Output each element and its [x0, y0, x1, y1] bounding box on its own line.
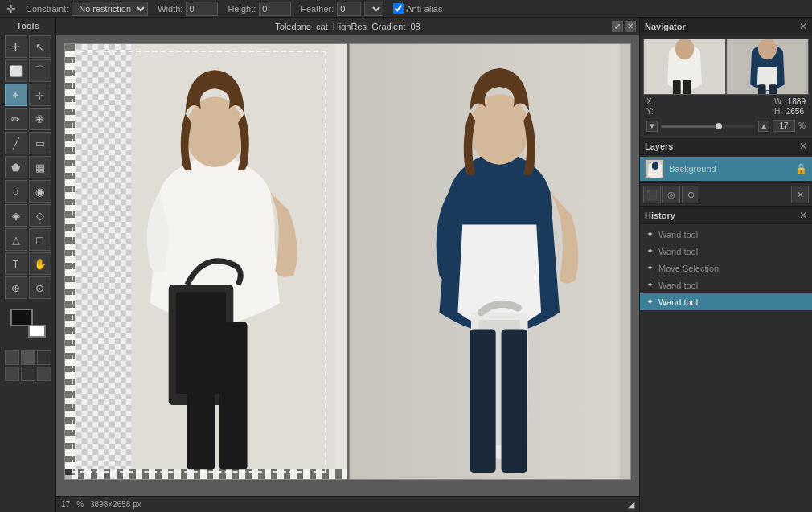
navigator-preview — [643, 39, 809, 95]
history-label-2: Wand tool — [658, 247, 698, 256]
dodge-tool-btn[interactable]: ○ — [5, 180, 27, 203]
sharpen-tool-btn[interactable]: ◇ — [29, 204, 51, 227]
background-color-swatch[interactable] — [28, 325, 46, 338]
svg-point-13 — [470, 94, 529, 164]
history-content: ✦ Wand tool ✦ Wand tool ✦ Move Selection… — [640, 224, 812, 512]
nav-zoom-unit: % — [798, 121, 806, 130]
history-item-5[interactable]: ✦ Wand tool — [640, 293, 812, 310]
svg-rect-18 — [673, 80, 681, 94]
history-label-5: Wand tool — [658, 297, 698, 307]
text-tool-btn[interactable]: T — [5, 252, 27, 275]
layers-toolbar: ⬛ ◎ ⊕ ✕ — [640, 182, 812, 206]
crop-tool-btn[interactable]: ⊹ — [29, 84, 51, 106]
layer-lock-icon: 🔒 — [795, 163, 807, 174]
svg-rect-10 — [187, 322, 215, 469]
nav-zoom-input[interactable] — [773, 120, 795, 132]
tool-small-4[interactable] — [5, 367, 19, 381]
nav-zoom-row: ▼ ▲ % — [643, 118, 809, 133]
feather-input[interactable] — [337, 2, 361, 16]
nav-preview-right — [727, 39, 808, 94]
canvas-title: Toledano_cat_HighRes_Gradient_08 — [275, 22, 420, 31]
smudge-tool-btn[interactable]: ◈ — [5, 204, 27, 227]
history-wand-icon-1: ✦ — [646, 229, 654, 240]
tool-small-6[interactable] — [37, 367, 51, 381]
canvas-corner-icon: ◢ — [628, 499, 634, 510]
tool-small-5[interactable] — [21, 367, 35, 381]
layers-delete-btn[interactable]: ✕ — [791, 186, 809, 203]
layer-name-background: Background — [669, 164, 790, 174]
tool-small-2[interactable] — [21, 350, 35, 365]
hand-tool-btn[interactable]: ✋ — [29, 252, 51, 275]
arrow-tool-btn[interactable]: ↖ — [29, 35, 51, 58]
nav-h-label: H: 2656 — [774, 107, 806, 116]
left-photo-panel — [64, 43, 347, 480]
width-input[interactable] — [186, 2, 218, 16]
gradient-tool-btn[interactable]: ▦ — [29, 156, 51, 178]
nav-zoom-out-btn[interactable]: ▼ — [646, 121, 658, 132]
marquee-tool-btn[interactable]: ⬜ — [5, 59, 27, 82]
tool-small-3[interactable] — [37, 350, 51, 365]
layers-tool-btn-1[interactable]: ⬛ — [643, 186, 661, 203]
layers-panel-header: Layers ✕ — [640, 137, 812, 155]
history-label-4: Wand tool — [658, 281, 698, 290]
top-toolbar: ✛ Constraint: No restriction Width: Heig… — [0, 0, 812, 18]
history-item-1[interactable]: ✦ Wand tool — [640, 226, 812, 243]
canvas-title-buttons: ⤢ ✕ — [612, 21, 636, 32]
history-close-btn[interactable]: ✕ — [799, 210, 807, 221]
nav-preview-left — [644, 39, 725, 94]
svg-rect-15 — [501, 330, 527, 473]
canvas-viewport[interactable] — [56, 35, 639, 496]
wand-tool-btn[interactable]: ✦ — [5, 84, 27, 106]
shape-tool-btn[interactable]: ◻ — [29, 228, 51, 251]
feather-group: Feather: px — [301, 2, 383, 16]
fill-tool-btn[interactable]: ⬟ — [5, 156, 27, 178]
tool-small-1[interactable] — [5, 350, 19, 365]
pen-tool-btn[interactable]: △ — [5, 228, 27, 251]
layers-tool-btn-2[interactable]: ◎ — [662, 186, 680, 203]
layer-thumbnail — [645, 159, 664, 178]
move-tool-btn[interactable]: ✛ — [5, 35, 27, 58]
feather-unit-dropdown[interactable]: px — [364, 2, 383, 16]
zoom-tool-btn[interactable]: ⊕ — [5, 276, 27, 299]
layers-close-btn[interactable]: ✕ — [799, 141, 807, 152]
foreground-color-swatch[interactable] — [10, 309, 33, 326]
constraint-dropdown[interactable]: No restriction — [72, 2, 148, 16]
anti-alias-checkbox[interactable] — [393, 3, 404, 14]
anti-alias-group: Anti-alias — [393, 3, 442, 14]
nav-zoom-slider[interactable] — [661, 125, 755, 128]
layers-content: Background 🔒 — [640, 155, 812, 182]
history-item-2[interactable]: ✦ Wand tool — [640, 243, 812, 260]
nav-y-label: Y: — [646, 107, 654, 116]
layers-tool-btn-3[interactable]: ⊕ — [682, 186, 699, 203]
history-item-3[interactable]: ✦ Move Selection — [640, 260, 812, 276]
history-wand-icon-5: ✦ — [646, 297, 654, 307]
heal-tool-btn[interactable]: ✙ — [29, 108, 51, 130]
lasso-tool-btn[interactable]: ⌒ — [29, 59, 51, 82]
canvas-statusbar: 17 % 3898×2658 px ◢ — [56, 496, 639, 512]
canvas-maximize-btn[interactable]: ⤢ — [612, 21, 623, 32]
main-layout: Tools ✛ ↖ ⬜ ⌒ ✦ ⊹ ✏ ✙ ╱ ▭ ⬟ ▦ ○ ◉ ◈ ◇ △ … — [0, 18, 812, 512]
navigator-close-btn[interactable]: ✕ — [799, 21, 807, 32]
extra-tool-btn[interactable]: ⊙ — [29, 276, 51, 299]
canvas-titlebar: Toledano_cat_HighRes_Gradient_08 ⤢ ✕ — [56, 18, 639, 35]
brush-tool-btn[interactable]: ╱ — [5, 132, 27, 154]
canvas-close-btn[interactable]: ✕ — [625, 21, 636, 32]
navigator-panel-header: Navigator ✕ — [640, 18, 812, 35]
feather-label: Feather: — [301, 4, 334, 14]
status-zoom: 17 — [61, 500, 70, 509]
eyedropper-tool-btn[interactable]: ✏ — [5, 108, 27, 130]
right-photo-panel — [349, 43, 632, 480]
history-wand-icon-2: ✦ — [646, 246, 654, 256]
constraint-label: Constraint: — [26, 4, 68, 14]
history-item-4[interactable]: ✦ Wand tool — [640, 276, 812, 293]
blur-tool-btn[interactable]: ◉ — [29, 180, 51, 203]
nav-zoom-in-btn[interactable]: ▲ — [758, 121, 769, 132]
layer-item-background[interactable]: Background 🔒 — [640, 157, 812, 181]
eraser-tool-btn[interactable]: ▭ — [29, 132, 51, 154]
history-panel: History ✕ ✦ Wand tool ✦ Wand tool ✦ Move… — [640, 207, 812, 512]
height-input[interactable] — [259, 2, 291, 16]
nav-x-label: X: — [646, 97, 654, 106]
navigator-title: Navigator — [645, 22, 686, 31]
nav-coords: X: Y: W: 1889 H: 2656 — [643, 95, 809, 118]
history-move-icon: ✦ — [646, 263, 654, 273]
